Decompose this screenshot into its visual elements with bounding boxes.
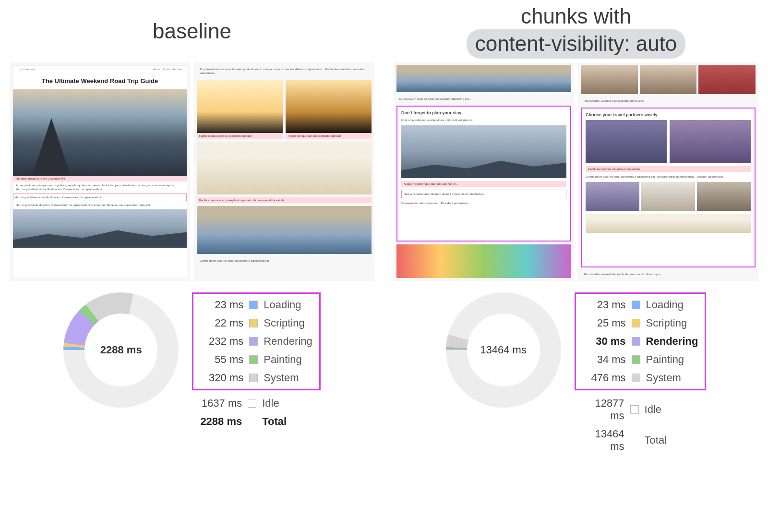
mock-body-text-4: Lorem ipsum dolor sit amet consectetur a…: [197, 257, 372, 265]
comparison-figure: baseline my travel siteHome About Archiv…: [0, 0, 768, 467]
legend-row-painting: 55 msPainting: [200, 353, 312, 366]
legend-row-scripting: 22 msScripting: [200, 317, 312, 329]
legend-row-rendering: 30 msRendering: [583, 335, 698, 348]
legend-row-loading: 23 msLoading: [583, 299, 698, 311]
mock-caption: Aliquam doloremque aperiam odit harum...: [401, 181, 566, 187]
mock-text: Quia amet nulla rerum aliquid iste optio…: [401, 118, 566, 122]
swatch-rendering: [632, 337, 640, 346]
mock-mountain-image: [401, 125, 566, 178]
swatch-loading: [249, 301, 258, 309]
mock-body-text: Atque similique quia quis nec cupiditate…: [13, 181, 187, 193]
mock-mountain-image: [13, 209, 187, 248]
cv-title-row: chunks with content-visibility: auto: [467, 0, 686, 62]
mock-caption: Facilis temporibus voluptate in molestia…: [586, 166, 751, 172]
mock-thumb: [640, 65, 697, 94]
swatch-rendering: [249, 337, 258, 346]
mock-nav: my travel siteHome About Archive: [13, 66, 187, 73]
cv-legend-extra: 12877 msIdle 13464 msTotal: [575, 390, 707, 458]
blog-page-mock: my travel siteHome About Archive The Ult…: [12, 65, 187, 278]
mock-thumb-row: [586, 182, 751, 211]
legend-row-system: 476 msSystem: [583, 372, 698, 384]
baseline-donut-chart: 2288 ms: [63, 292, 179, 408]
mock-beach-image: [586, 214, 751, 233]
cv-screenshots: Lorem ipsum dolor sit amet consectetur a…: [394, 62, 758, 281]
cv-perf-summary: 13464 ms 23 msLoading 25 msScripting 30 …: [394, 292, 758, 458]
baseline-legend-extra: 1637 msIdle 2288 msTotal: [192, 390, 321, 433]
swatch-loading: [632, 301, 640, 309]
baseline-screenshots: my travel siteHome About Archive The Ult…: [10, 62, 374, 281]
swatch-scripting: [249, 319, 258, 327]
mock-callout: Neque reprehenderit aliquam deleniti pra…: [401, 190, 566, 198]
mock-thumb-row: [581, 65, 756, 94]
legend-row-loading: 23 msLoading: [200, 299, 312, 311]
mock-purple-image: [586, 120, 667, 163]
mock-thumb: [586, 182, 639, 211]
chunk-heading: Choose your travel partners wisely: [586, 112, 751, 117]
mock-text: Lorem ipsum dolor sit amet consectetur a…: [396, 95, 571, 103]
baseline-donut-total: 2288 ms: [100, 344, 142, 356]
mock-top-image: [396, 65, 571, 92]
legend-row-rendering: 232 msRendering: [200, 335, 312, 348]
mock-body-text-3: Et praesentium est expedita optio quae. …: [197, 65, 372, 77]
swatch-painting: [632, 355, 640, 364]
mock-page-title: The Ultimate Weekend Road Trip Guide: [13, 73, 187, 89]
legend-row-painting: 34 msPainting: [583, 353, 698, 366]
cv-legend-wrap: 23 msLoading 25 msScripting 30 msRenderi…: [575, 292, 707, 458]
swatch-scripting: [632, 319, 640, 327]
baseline-title: baseline: [153, 19, 231, 43]
swatch-idle: [248, 399, 256, 408]
mock-thumb: [697, 182, 751, 211]
baseline-title-row: baseline: [153, 0, 231, 62]
mock-silhouette-image: Facilis cumque non qui explicabo pariatu…: [286, 80, 372, 139]
legend-row-idle: 12877 msIdle: [581, 397, 700, 422]
mock-callout: Harum quis distinctio facilis dolorem. C…: [13, 193, 187, 201]
swatch-system: [632, 374, 640, 382]
mock-text: Recusandae, eveniet! Aut explicabo nemo …: [581, 97, 756, 105]
mock-text: Recusandae, eveniet! Aut explicabo nemo …: [581, 270, 756, 278]
swatch-idle: [630, 405, 639, 414]
mock-denim-image: [197, 206, 372, 254]
mock-text: Lorem ipsum dolor sit amet consectetur a…: [586, 175, 751, 179]
chunk-heading: Don't forget to plan your stay: [401, 110, 566, 115]
cv-title: chunks with content-visibility: auto: [467, 4, 686, 59]
baseline-legend-highlighted: 23 msLoading 22 msScripting 232 msRender…: [192, 292, 321, 390]
mock-thumb: [641, 182, 695, 211]
legend-row-scripting: 25 msScripting: [583, 317, 698, 329]
cv-donut-total: 13464 ms: [480, 344, 527, 356]
legend-row-total: 13464 msTotal: [581, 428, 700, 453]
cv-selected-chunk-right: Choose your travel partners wisely Facil…: [581, 108, 756, 267]
legend-row-idle: 1637 msIdle: [199, 397, 314, 410]
mock-caption: Facilis cumque non qui explicabo pariatu…: [197, 197, 372, 203]
baseline-legend-wrap: 23 msLoading 22 msScripting 232 msRender…: [192, 292, 321, 433]
cv-screenshot-right: Recusandae, eveniet! Aut explicabo nemo …: [578, 62, 758, 281]
swatch-painting: [249, 355, 258, 364]
baseline-perf-summary: 2288 ms 23 msLoading 22 msScripting 232 …: [10, 292, 374, 433]
baseline-screenshot-left: my travel siteHome About Archive The Ult…: [10, 62, 190, 281]
cv-selected-chunk-left: Don't forget to plan your stay Quia amet…: [396, 106, 571, 242]
cv-screenshot-left: Lorem ipsum dolor sit amet consectetur a…: [394, 62, 574, 281]
cv-title-pill: content-visibility: auto: [467, 29, 686, 59]
mock-purple-image: [670, 120, 751, 163]
cv-legend-highlighted: 23 msLoading 25 msScripting 30 msRenderi…: [575, 292, 707, 390]
swatch-system: [249, 374, 258, 382]
mock-thumb: [698, 65, 756, 94]
baseline-screenshot-right: Et praesentium est expedita optio quae. …: [194, 62, 374, 281]
mock-hero-caption: The hero image from the Unsplash API: [13, 176, 187, 181]
mock-bike-image: Facilis cumque non qui explicabo pariatu…: [197, 80, 283, 139]
mock-body-text-2: Harum quis facilis dolorem. Consectetur …: [13, 201, 187, 209]
mock-colorful-image: [396, 244, 571, 278]
mock-text: Consequatur velit voluptates... Providen…: [401, 201, 566, 205]
cv-donut-chart: 13464 ms: [446, 292, 561, 408]
baseline-column: baseline my travel siteHome About Archiv…: [0, 0, 384, 467]
mock-image-pair: [586, 120, 751, 163]
cv-title-line1: chunks with: [467, 4, 686, 29]
mock-image-row: Facilis cumque non qui explicabo pariatu…: [197, 80, 372, 139]
content-visibility-column: chunks with content-visibility: auto Lor…: [384, 0, 768, 467]
mock-hero-image: [13, 89, 187, 176]
legend-row-system: 320 msSystem: [200, 372, 312, 384]
mock-beach-image: [197, 142, 372, 194]
mock-thumb: [581, 65, 638, 94]
legend-row-total: 2288 msTotal: [199, 415, 314, 428]
